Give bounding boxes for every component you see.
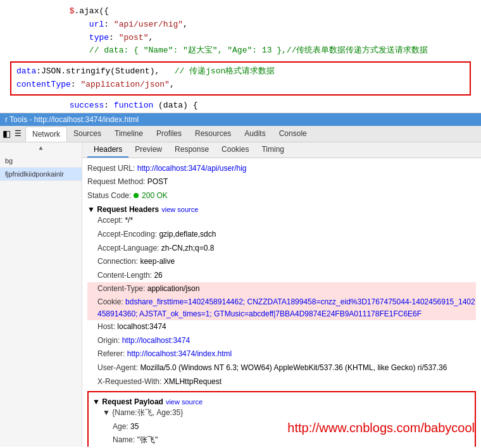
sidebar: ▲ bg fjpfnidlkiidponkainlr (0, 142, 82, 447)
content-length-row: Content-Length: 26 (87, 269, 476, 283)
devtools-title: r Tools - http://localhost:3474/index.ht… (5, 115, 139, 124)
accept-encoding-row: Accept-Encoding: gzip,deflate,sdch (87, 228, 476, 242)
highlight-line-1: data:JSON.stringify(Student), // 传递json格… (16, 65, 465, 78)
payload-section: ▼ Request Payload view source (92, 397, 471, 406)
payload-obj: ▼ {Name:张飞, Age:35} (103, 408, 183, 417)
content-type-row: Content-Type: application/json (87, 282, 476, 296)
sidebar-item-fjp[interactable]: fjpfnidlkiidponkainlr (0, 168, 82, 181)
payload-highlight-box: ▼ Request Payload view source ▼ {Name:张飞… (87, 391, 476, 446)
status-code-label: Status Code: (87, 191, 131, 200)
headers-content: Request URL: http://localhost:3474/api/u… (82, 158, 481, 447)
host-val: localhost:3474 (117, 322, 166, 331)
origin-val: http://localhost:3474 (122, 336, 190, 345)
request-url-row: Request URL: http://localhost:3474/api/u… (87, 162, 476, 176)
subtab-cookies[interactable]: Cookies (215, 142, 255, 158)
request-url-val: http://localhost:3474/api/user/hig (137, 164, 247, 173)
view-source-2[interactable]: view source (166, 398, 203, 406)
subtab-timing[interactable]: Timing (255, 142, 290, 158)
payload-name-val: "张飞" (137, 435, 158, 444)
tab-resources[interactable]: Resources (189, 127, 238, 140)
referer-row: Referer: http://localhost:3474/index.htm… (87, 347, 476, 361)
request-method-label: Request Method: (87, 177, 145, 186)
subtab-response[interactable]: Response (168, 142, 215, 158)
payload-age-val: 35 (130, 422, 139, 431)
elements-icon: ◧ (3, 128, 11, 139)
connection-label: Connection: (97, 257, 138, 266)
code-line-4: // data: { "Name": "赵大宝", "Age": 13 },//… (0, 44, 481, 58)
scroll-up[interactable]: ▲ (0, 142, 82, 154)
code-line-5: success: function (data) { (0, 99, 481, 113)
tab-console[interactable]: Console (273, 127, 314, 140)
origin-row: Origin: http://localhost:3474 (87, 334, 476, 348)
x-requested-row: X-Requested-With: XMLHttpRequest (87, 375, 476, 389)
payload-label: ▼ Request Payload (92, 397, 163, 406)
view-source-1[interactable]: view source (161, 206, 198, 213)
cookie-label: Cookie: (97, 297, 123, 306)
accept-row: Accept: */* (87, 214, 476, 228)
code-line-1: $.ajax({ (0, 5, 481, 18)
content-type-val: application/json (147, 284, 200, 293)
content-length-val: 26 (154, 271, 162, 280)
tab-network[interactable]: Network (25, 127, 67, 142)
status-dot (134, 193, 139, 198)
request-headers-label: ▼ Request Headers (87, 205, 159, 214)
x-requested-label: X-Requested-With: (97, 377, 161, 386)
cookie-row: Cookie: bdshare_firsttime=1402458914462;… (87, 296, 476, 320)
content-type-label: Content-Type: (97, 284, 145, 293)
accept-val: */* (125, 216, 133, 225)
request-url-label: Request URL: (87, 164, 135, 173)
payload-obj-row: ▼ {Name:张飞, Age:35} (92, 406, 471, 420)
watermark: http://www.cnblogs.com/babycool (287, 421, 475, 435)
sub-tabs: Headers Preview Response Cookies Timing (82, 142, 481, 158)
user-agent-row: User-Agent: Mozilla/5.0 (Windows NT 6.3;… (87, 361, 476, 375)
request-method-row: Request Method: POST (87, 175, 476, 189)
payload-name-label: Name: (113, 435, 135, 444)
tab-profiles[interactable]: Profiles (150, 127, 189, 140)
referer-label: Referer: (97, 349, 125, 358)
code-line-3: type: "post", (0, 32, 481, 45)
request-headers-section: ▼ Request Headers view source (87, 205, 476, 214)
cookie-val: bdshare_firsttime=1402458914462; CNZZDAT… (97, 297, 475, 318)
connection-row: Connection: keep-alive (87, 255, 476, 269)
user-agent-label: User-Agent: (97, 363, 138, 372)
list-icon: ☰ (15, 129, 22, 138)
origin-label: Origin: (97, 336, 120, 345)
detail-panel[interactable]: Headers Preview Response Cookies Timing … (82, 142, 481, 447)
tab-timeline[interactable]: Timeline (108, 127, 150, 140)
referer-val: http://localhost:3474/index.html (127, 349, 232, 358)
highlight-box-1: data:JSON.stringify(Student), // 传递json格… (10, 61, 471, 96)
tab-audits[interactable]: Audits (238, 127, 272, 140)
code-line-2: url: "api/user/hig", (0, 18, 481, 32)
sidebar-item-bg[interactable]: bg (0, 154, 82, 168)
subtab-preview[interactable]: Preview (128, 142, 168, 158)
host-row: Host: localhost:3474 (87, 320, 476, 334)
status-code-val: 200 OK (142, 191, 168, 200)
accept-language-val: zh-CN,zh;q=0.8 (161, 244, 215, 252)
devtools-bar: r Tools - http://localhost:3474/index.ht… (0, 113, 481, 126)
user-agent-val: Mozilla/5.0 (Windows NT 6.3; WOW64) Appl… (140, 363, 447, 372)
nav-tabs: ◧ ☰ Network Sources Timeline Profiles Re… (0, 126, 481, 142)
request-method-val: POST (147, 177, 168, 186)
status-code-row: Status Code: 200 OK (87, 189, 476, 203)
highlight-line-2: contentType: "application/json", (16, 78, 465, 92)
accept-language-label: Accept-Language: (97, 244, 159, 252)
accept-encoding-label: Accept-Encoding: (97, 230, 157, 239)
accept-encoding-val: gzip,deflate,sdch (159, 230, 216, 239)
connection-val: keep-alive (140, 257, 175, 266)
payload-age-label: Age: (113, 422, 128, 431)
payload-name-row: Name: "张飞" (92, 433, 471, 446)
content-length-label: Content-Length: (97, 271, 152, 280)
host-label: Host: (97, 322, 115, 331)
tab-sources[interactable]: Sources (67, 127, 108, 140)
x-requested-val: XMLHttpRequest (164, 377, 222, 386)
subtab-headers[interactable]: Headers (87, 142, 128, 158)
accept-language-row: Accept-Language: zh-CN,zh;q=0.8 (87, 242, 476, 256)
main-panel: ▲ bg fjpfnidlkiidponkainlr Headers Previ… (0, 142, 481, 447)
code-area: $.ajax({ url: "api/user/hig", type: "pos… (0, 0, 481, 113)
accept-label: Accept: (97, 216, 123, 225)
